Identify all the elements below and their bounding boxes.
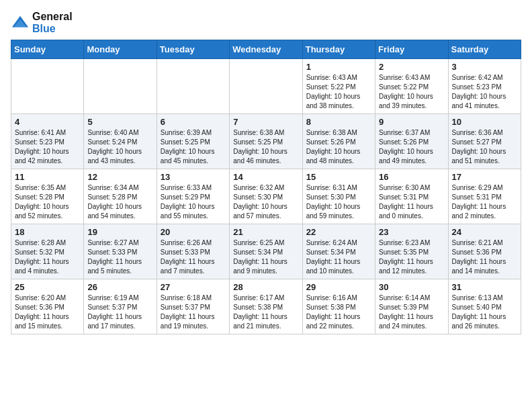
- day-info: Sunrise: 6:43 AM Sunset: 5:22 PM Dayligh…: [379, 73, 444, 111]
- calendar-cell: 24Sunrise: 6:21 AM Sunset: 5:36 PM Dayli…: [448, 224, 521, 279]
- calendar-cell: 5Sunrise: 6:40 AM Sunset: 5:24 PM Daylig…: [84, 114, 157, 169]
- day-number: 21: [233, 227, 298, 237]
- day-number: 14: [233, 172, 298, 182]
- col-header-sunday: Sunday: [11, 40, 84, 59]
- calendar-cell: 11Sunrise: 6:35 AM Sunset: 5:28 PM Dayli…: [11, 169, 84, 224]
- day-number: 24: [452, 227, 517, 237]
- calendar-cell: 1Sunrise: 6:43 AM Sunset: 5:22 PM Daylig…: [302, 59, 375, 114]
- calendar-cell: 9Sunrise: 6:37 AM Sunset: 5:26 PM Daylig…: [375, 114, 448, 169]
- logo-text-general: General: [32, 11, 73, 22]
- day-info: Sunrise: 6:41 AM Sunset: 5:23 PM Dayligh…: [15, 128, 80, 166]
- calendar-cell: 30Sunrise: 6:14 AM Sunset: 5:39 PM Dayli…: [375, 279, 448, 334]
- calendar-cell: 12Sunrise: 6:34 AM Sunset: 5:28 PM Dayli…: [84, 169, 157, 224]
- day-info: Sunrise: 6:28 AM Sunset: 5:32 PM Dayligh…: [15, 238, 80, 276]
- day-number: 9: [379, 117, 444, 127]
- calendar-cell: 18Sunrise: 6:28 AM Sunset: 5:32 PM Dayli…: [11, 224, 84, 279]
- calendar-cell: 7Sunrise: 6:38 AM Sunset: 5:25 PM Daylig…: [230, 114, 302, 169]
- calendar-week-row: 18Sunrise: 6:28 AM Sunset: 5:32 PM Dayli…: [11, 224, 521, 279]
- day-number: 18: [15, 227, 80, 237]
- day-info: Sunrise: 6:20 AM Sunset: 5:36 PM Dayligh…: [15, 293, 80, 331]
- calendar-cell: 4Sunrise: 6:41 AM Sunset: 5:23 PM Daylig…: [11, 114, 84, 169]
- day-number: 4: [15, 117, 80, 127]
- day-number: 26: [87, 282, 152, 292]
- calendar-cell: 21Sunrise: 6:25 AM Sunset: 5:34 PM Dayli…: [230, 224, 302, 279]
- day-info: Sunrise: 6:39 AM Sunset: 5:25 PM Dayligh…: [161, 128, 226, 166]
- col-header-tuesday: Tuesday: [157, 40, 229, 59]
- calendar-cell: 28Sunrise: 6:17 AM Sunset: 5:38 PM Dayli…: [230, 279, 302, 334]
- day-number: 1: [306, 62, 371, 72]
- day-info: Sunrise: 6:17 AM Sunset: 5:38 PM Dayligh…: [233, 293, 298, 331]
- calendar-table: SundayMondayTuesdayWednesdayThursdayFrid…: [11, 40, 521, 334]
- calendar-week-row: 4Sunrise: 6:41 AM Sunset: 5:23 PM Daylig…: [11, 114, 521, 169]
- col-header-thursday: Thursday: [302, 40, 375, 59]
- day-info: Sunrise: 6:38 AM Sunset: 5:26 PM Dayligh…: [306, 128, 371, 166]
- day-number: 30: [379, 282, 444, 292]
- calendar-cell: [11, 59, 84, 114]
- day-info: Sunrise: 6:37 AM Sunset: 5:26 PM Dayligh…: [379, 128, 444, 166]
- calendar-cell: 2Sunrise: 6:43 AM Sunset: 5:22 PM Daylig…: [375, 59, 448, 114]
- day-number: 19: [87, 227, 152, 237]
- day-info: Sunrise: 6:30 AM Sunset: 5:31 PM Dayligh…: [379, 183, 444, 221]
- day-info: Sunrise: 6:35 AM Sunset: 5:28 PM Dayligh…: [15, 183, 80, 221]
- day-number: 23: [379, 227, 444, 237]
- calendar-cell: 29Sunrise: 6:16 AM Sunset: 5:38 PM Dayli…: [302, 279, 375, 334]
- day-number: 8: [306, 117, 371, 127]
- day-number: 13: [161, 172, 226, 182]
- day-info: Sunrise: 6:36 AM Sunset: 5:27 PM Dayligh…: [452, 128, 517, 166]
- calendar-cell: 3Sunrise: 6:42 AM Sunset: 5:23 PM Daylig…: [448, 59, 521, 114]
- col-header-friday: Friday: [375, 40, 448, 59]
- calendar-week-row: 25Sunrise: 6:20 AM Sunset: 5:36 PM Dayli…: [11, 279, 521, 334]
- day-number: 17: [452, 172, 517, 182]
- day-number: 16: [379, 172, 444, 182]
- day-info: Sunrise: 6:13 AM Sunset: 5:40 PM Dayligh…: [452, 293, 517, 331]
- day-info: Sunrise: 6:19 AM Sunset: 5:37 PM Dayligh…: [87, 293, 152, 331]
- day-number: 20: [161, 227, 226, 237]
- day-number: 12: [87, 172, 152, 182]
- day-number: 25: [15, 282, 80, 292]
- day-number: 11: [15, 172, 80, 182]
- logo-text-blue: Blue: [32, 23, 56, 34]
- day-info: Sunrise: 6:21 AM Sunset: 5:36 PM Dayligh…: [452, 238, 517, 276]
- calendar-cell: 10Sunrise: 6:36 AM Sunset: 5:27 PM Dayli…: [448, 114, 521, 169]
- calendar-cell: 8Sunrise: 6:38 AM Sunset: 5:26 PM Daylig…: [302, 114, 375, 169]
- day-number: 27: [161, 282, 226, 292]
- day-number: 10: [452, 117, 517, 127]
- day-info: Sunrise: 6:27 AM Sunset: 5:33 PM Dayligh…: [87, 238, 152, 276]
- calendar-cell: 17Sunrise: 6:29 AM Sunset: 5:31 PM Dayli…: [448, 169, 521, 224]
- day-info: Sunrise: 6:40 AM Sunset: 5:24 PM Dayligh…: [87, 128, 152, 166]
- day-info: Sunrise: 6:43 AM Sunset: 5:22 PM Dayligh…: [306, 73, 371, 111]
- calendar-week-row: 11Sunrise: 6:35 AM Sunset: 5:28 PM Dayli…: [11, 169, 521, 224]
- day-info: Sunrise: 6:33 AM Sunset: 5:29 PM Dayligh…: [161, 183, 226, 221]
- day-info: Sunrise: 6:26 AM Sunset: 5:33 PM Dayligh…: [161, 238, 226, 276]
- calendar-week-row: 1Sunrise: 6:43 AM Sunset: 5:22 PM Daylig…: [11, 59, 521, 114]
- calendar-cell: 20Sunrise: 6:26 AM Sunset: 5:33 PM Dayli…: [157, 224, 229, 279]
- calendar-cell: 13Sunrise: 6:33 AM Sunset: 5:29 PM Dayli…: [157, 169, 229, 224]
- day-info: Sunrise: 6:29 AM Sunset: 5:31 PM Dayligh…: [452, 183, 517, 221]
- day-number: 7: [233, 117, 298, 127]
- day-info: Sunrise: 6:23 AM Sunset: 5:35 PM Dayligh…: [379, 238, 444, 276]
- calendar-cell: 19Sunrise: 6:27 AM Sunset: 5:33 PM Dayli…: [84, 224, 157, 279]
- day-info: Sunrise: 6:38 AM Sunset: 5:25 PM Dayligh…: [233, 128, 298, 166]
- calendar-cell: 14Sunrise: 6:32 AM Sunset: 5:30 PM Dayli…: [230, 169, 302, 224]
- calendar-header-row: SundayMondayTuesdayWednesdayThursdayFrid…: [11, 40, 521, 59]
- calendar-cell: 27Sunrise: 6:18 AM Sunset: 5:37 PM Dayli…: [157, 279, 229, 334]
- calendar-cell: [84, 59, 157, 114]
- day-number: 15: [306, 172, 371, 182]
- day-number: 5: [87, 117, 152, 127]
- calendar-cell: 26Sunrise: 6:19 AM Sunset: 5:37 PM Dayli…: [84, 279, 157, 334]
- calendar-cell: 22Sunrise: 6:24 AM Sunset: 5:34 PM Dayli…: [302, 224, 375, 279]
- day-info: Sunrise: 6:32 AM Sunset: 5:30 PM Dayligh…: [233, 183, 298, 221]
- day-info: Sunrise: 6:14 AM Sunset: 5:39 PM Dayligh…: [379, 293, 444, 331]
- day-info: Sunrise: 6:16 AM Sunset: 5:38 PM Dayligh…: [306, 293, 371, 331]
- calendar-cell: [157, 59, 229, 114]
- day-number: 28: [233, 282, 298, 292]
- day-info: Sunrise: 6:24 AM Sunset: 5:34 PM Dayligh…: [306, 238, 371, 276]
- day-info: Sunrise: 6:42 AM Sunset: 5:23 PM Dayligh…: [452, 73, 517, 111]
- day-info: Sunrise: 6:25 AM Sunset: 5:34 PM Dayligh…: [233, 238, 298, 276]
- col-header-saturday: Saturday: [448, 40, 521, 59]
- calendar-cell: 15Sunrise: 6:31 AM Sunset: 5:30 PM Dayli…: [302, 169, 375, 224]
- day-info: Sunrise: 6:18 AM Sunset: 5:37 PM Dayligh…: [161, 293, 226, 331]
- calendar-cell: [230, 59, 302, 114]
- day-number: 31: [452, 282, 517, 292]
- calendar-cell: 31Sunrise: 6:13 AM Sunset: 5:40 PM Dayli…: [448, 279, 521, 334]
